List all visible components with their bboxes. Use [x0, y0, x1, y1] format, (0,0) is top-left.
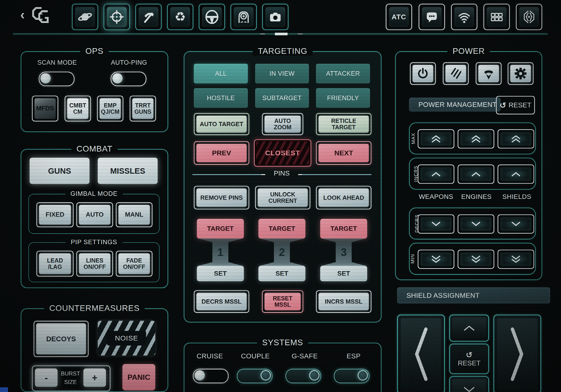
pip-settings-title: PIP SETTINGS [65, 239, 122, 246]
fade-onoff-button[interactable]: FADEON/OFF [116, 251, 152, 277]
pin-2-number: 2 [259, 238, 305, 266]
systems-title: SYSTEMS [257, 338, 308, 347]
tab-atc[interactable]: ATC [386, 4, 412, 30]
filter-in-view-button[interactable]: IN VIEW [255, 64, 309, 83]
tab-planet[interactable] [72, 4, 98, 30]
cruise-toggle[interactable] [193, 369, 229, 383]
power-management-label: POWER MANAGEMENT [409, 98, 501, 112]
pin-3-target-button[interactable]: TARGET [320, 219, 367, 239]
cmbt-cm-button[interactable]: CMBTCM [65, 96, 91, 121]
gimbal-mode-title: GIMBAL MODE [65, 190, 123, 197]
lines-onoff-button[interactable]: LINESON/OFF [76, 251, 113, 277]
tab-salvage[interactable]: ♻ [167, 4, 193, 30]
auto-target-button[interactable]: AUTO TARGET [194, 113, 249, 135]
next-target-button[interactable]: NEXT [316, 141, 371, 165]
tab-driving[interactable] [199, 4, 225, 30]
pin-3-set-button[interactable]: SET [320, 266, 367, 281]
weapons-power-button[interactable] [443, 62, 469, 85]
filter-subtarget-button[interactable]: SUBTARGET [255, 88, 309, 108]
tab-mining[interactable] [135, 4, 162, 30]
pin-2-set-button[interactable]: SET [259, 266, 305, 281]
shields-decrs-button[interactable] [497, 214, 534, 234]
tab-org-emblem[interactable] [516, 4, 542, 30]
noise-button[interactable]: NOISE [98, 321, 155, 356]
shields-incrs-button[interactable] [497, 164, 534, 184]
shields-max-button[interactable] [497, 129, 534, 149]
guns-button[interactable]: GUNS [30, 158, 89, 184]
weapons-incrs-button[interactable] [418, 164, 454, 184]
weapons-decrs-button[interactable] [418, 214, 454, 234]
mfds-button[interactable]: MFDS [32, 96, 58, 121]
burst-size-decrease-button[interactable]: - [35, 369, 58, 387]
trrt-guns-button[interactable]: TRRTGUNS [130, 96, 156, 121]
ops-title: OPS [80, 46, 109, 56]
shield-right-button[interactable] [493, 315, 541, 392]
emp-qjcm-button[interactable]: EMPQJ/CM [97, 96, 123, 121]
atc-label: ATC [392, 13, 406, 21]
power-toggle-button[interactable] [410, 62, 436, 85]
crosshair-icon [107, 7, 127, 27]
engines-max-button[interactable] [458, 129, 494, 149]
app-logo[interactable]: ‹ [20, 6, 55, 24]
prev-target-button[interactable]: PREV [194, 141, 249, 165]
engines-power-button[interactable] [476, 62, 502, 85]
remove-pins-button[interactable]: REMOVE PINS [194, 186, 249, 209]
camera-icon [265, 7, 285, 27]
toolbar-divider [13, 34, 548, 34]
gsafe-toggle[interactable] [285, 369, 321, 383]
shield-left-button[interactable] [397, 315, 445, 392]
gimbal-fixed-button[interactable]: FIXED [36, 202, 74, 227]
shield-down-button[interactable] [449, 376, 489, 392]
lead-lag-button[interactable]: LEAD/LAG [36, 251, 74, 277]
decoys-button[interactable]: DECOYS [33, 321, 88, 357]
panel-targeting: TARGETING ALL IN VIEW ATTACKER HOSTILE S… [184, 51, 381, 322]
power-reset-button[interactable]: ↺ RESET [496, 96, 535, 114]
esp-toggle[interactable] [334, 369, 369, 383]
engines-incrs-button[interactable] [458, 164, 494, 184]
tab-camera[interactable] [262, 4, 289, 30]
filter-all-button[interactable]: ALL [194, 64, 248, 83]
tab-apps-grid[interactable] [484, 4, 510, 30]
missles-button[interactable]: MISSLES [98, 158, 158, 184]
tab-chat[interactable] [419, 4, 445, 30]
gimbal-auto-button[interactable]: AUTO [76, 202, 113, 227]
emblem-icon [519, 7, 539, 27]
auto-zoom-button[interactable]: AUTOZOOM [262, 113, 303, 135]
reticle-target-button[interactable]: RETICLETARGET [316, 113, 371, 135]
filter-friendly-button[interactable]: FRIENDLY [316, 88, 370, 108]
scan-mode-toggle[interactable] [39, 72, 75, 86]
pin-1-set-button[interactable]: SET [197, 266, 244, 281]
shields-power-button[interactable] [508, 62, 534, 85]
pin-2-target-button[interactable]: TARGET [259, 219, 305, 239]
unlock-current-button[interactable]: UNLOCKCURRENT [255, 186, 310, 209]
decrs-mssl-button[interactable]: DECRS MSSL [194, 290, 249, 313]
double-chevron-down-icon [421, 252, 452, 266]
back-chevron-icon[interactable]: ‹ [20, 8, 25, 22]
reset-mssl-button[interactable]: RESETMSSL [262, 290, 303, 313]
panic-button[interactable]: PANIC [122, 364, 155, 390]
tab-wifi[interactable] [451, 4, 477, 30]
shield-up-button[interactable] [449, 315, 489, 342]
engines-decrs-button[interactable] [458, 214, 494, 234]
incrs-mssl-button[interactable]: INCRS MSSL [316, 290, 371, 313]
weapons-min-button[interactable] [418, 250, 454, 269]
pin-1-target-button[interactable]: TARGET [197, 219, 244, 239]
shield-reset-button[interactable]: ↺ RESET [449, 344, 489, 374]
tab-targeting[interactable] [104, 4, 130, 30]
couple-toggle[interactable] [237, 369, 272, 383]
weapons-max-button[interactable] [418, 129, 454, 149]
corner-accent [0, 387, 8, 392]
filter-hostile-button[interactable]: HOSTILE [194, 88, 248, 108]
auto-ping-toggle[interactable] [111, 72, 146, 86]
engines-min-button[interactable] [458, 250, 494, 269]
filter-attacker-button[interactable]: ATTACKER [316, 64, 370, 83]
burst-size-label: BURSTSIZE [59, 370, 82, 386]
gimbal-manl-button[interactable]: MANL [116, 202, 152, 227]
look-ahead-button[interactable]: LOOK AHEAD [316, 186, 371, 209]
tab-medical[interactable] [230, 4, 257, 30]
shields-min-button[interactable] [497, 250, 534, 269]
pin-1-number: 1 [197, 238, 244, 266]
closest-target-button[interactable]: CLOSEST [254, 139, 311, 167]
panel-countermeasures: COUNTERMEASURES DECOYS NOISE - BURSTSIZE… [21, 308, 168, 392]
burst-size-increase-button[interactable]: + [83, 369, 106, 387]
